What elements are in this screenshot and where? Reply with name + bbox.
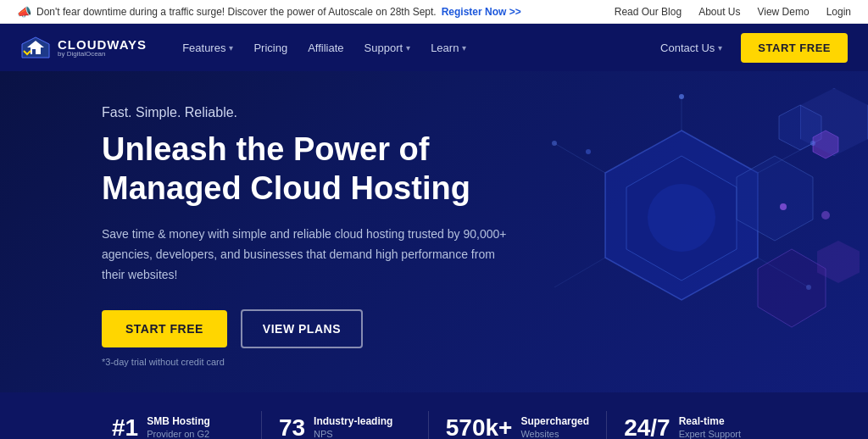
contact-us-button[interactable]: Contact Us ▾ xyxy=(652,35,731,61)
nav-features[interactable]: Features ▾ xyxy=(174,35,242,61)
stats-container: #1 SMB Hosting Provider on G2 73 Industr… xyxy=(95,411,773,439)
hero-section: Fast. Simple. Reliable. Unleash the Powe… xyxy=(0,71,868,392)
hero-description: Save time & money with simple and reliab… xyxy=(102,225,509,285)
svg-point-17 xyxy=(780,203,787,210)
contact-chevron-icon: ▾ xyxy=(718,43,722,53)
svg-line-7 xyxy=(554,143,605,173)
logo-brand: CLOUDWAYS xyxy=(58,38,147,51)
logo-icon xyxy=(20,36,51,59)
learn-chevron-icon: ▾ xyxy=(462,43,466,53)
stat-smb: #1 SMB Hosting Provider on G2 xyxy=(95,414,261,439)
nav-pricing[interactable]: Pricing xyxy=(245,35,296,61)
stat-number-2: 73 xyxy=(279,414,305,439)
navbar-right: Contact Us ▾ START FREE xyxy=(652,33,848,63)
stat-label-2: Industry-leading NPS xyxy=(314,415,392,439)
main-navbar: CLOUDWAYS by DigitalOcean Features ▾ Pri… xyxy=(0,24,868,71)
stat-number-4: 24/7 xyxy=(624,414,670,439)
navbar-left: CLOUDWAYS by DigitalOcean Features ▾ Pri… xyxy=(20,35,475,61)
nav-affiliate[interactable]: Affiliate xyxy=(299,35,352,61)
logo-sub: by DigitalOcean xyxy=(58,51,147,58)
stats-bar: #1 SMB Hosting Provider on G2 73 Industr… xyxy=(0,392,868,439)
stat-number-3: 570k+ xyxy=(446,414,513,439)
stat-label-1: SMB Hosting Provider on G2 xyxy=(147,415,210,439)
announcement-text: Don't fear downtime during a traffic sur… xyxy=(36,6,437,18)
announcement-right: Read Our Blog About Us View Demo Login xyxy=(615,6,851,18)
nav-links: Features ▾ Pricing Affiliate Support ▾ L… xyxy=(174,35,475,61)
megaphone-icon: 📣 xyxy=(17,5,31,19)
stat-label-3: Supercharged Websites xyxy=(520,415,589,439)
stat-websites: 570k+ Supercharged Websites xyxy=(429,414,606,439)
nav-support[interactable]: Support ▾ xyxy=(356,35,420,61)
nav-learn[interactable]: Learn ▾ xyxy=(422,35,475,61)
svg-point-15 xyxy=(806,285,811,290)
svg-point-18 xyxy=(586,149,591,154)
hero-buttons: START FREE VIEW PLANS xyxy=(102,309,509,348)
view-demo-link[interactable]: View Demo xyxy=(757,6,809,18)
features-chevron-icon: ▾ xyxy=(229,43,233,53)
stat-nps: 73 Industry-leading NPS xyxy=(262,414,428,439)
svg-point-19 xyxy=(821,211,830,220)
announcement-bar: 📣 Don't fear downtime during a traffic s… xyxy=(0,0,868,24)
stat-support: 24/7 Real-time Expert Support xyxy=(607,414,773,439)
hero-content: Fast. Simple. Reliable. Unleash the Powe… xyxy=(102,105,509,367)
svg-marker-5 xyxy=(758,249,826,327)
navbar-start-free-button[interactable]: START FREE xyxy=(741,33,848,63)
hero-tagline: Fast. Simple. Reliable. xyxy=(102,105,509,120)
stat-label-4: Real-time Expert Support xyxy=(679,415,741,439)
trial-note: *3-day trial without credit card xyxy=(102,357,509,367)
logo-text: CLOUDWAYS by DigitalOcean xyxy=(58,38,147,58)
hero-start-free-button[interactable]: START FREE xyxy=(102,310,227,347)
login-link[interactable]: Login xyxy=(826,6,851,18)
svg-point-16 xyxy=(648,184,715,252)
register-now-link[interactable]: Register Now >> xyxy=(442,6,521,18)
about-us-link[interactable]: About Us xyxy=(698,6,740,18)
stat-number-1: #1 xyxy=(112,414,138,439)
svg-point-13 xyxy=(552,141,557,146)
announcement-left: 📣 Don't fear downtime during a traffic s… xyxy=(17,5,521,19)
hero-title: Unleash the Power ofManaged Cloud Hostin… xyxy=(102,131,509,208)
support-chevron-icon: ▾ xyxy=(406,43,410,53)
logo[interactable]: CLOUDWAYS by DigitalOcean xyxy=(20,36,147,59)
hero-view-plans-button[interactable]: VIEW PLANS xyxy=(241,309,363,348)
svg-line-11 xyxy=(554,258,605,287)
svg-point-12 xyxy=(679,94,684,99)
read-blog-link[interactable]: Read Our Blog xyxy=(615,6,682,18)
